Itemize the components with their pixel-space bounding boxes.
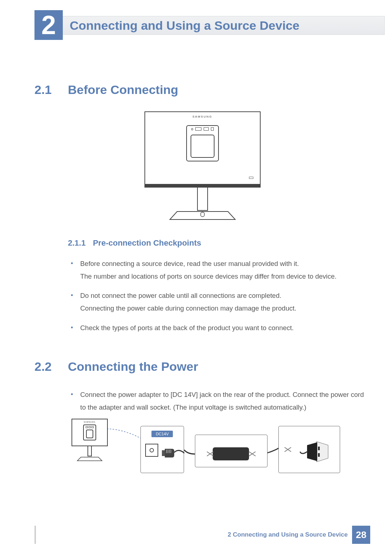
- monitor-brand-label: SAMSUNG: [192, 115, 212, 118]
- svg-marker-5: [317, 442, 328, 462]
- adapter-brick-icon: [213, 447, 249, 460]
- svg-rect-7: [318, 447, 320, 450]
- list-item: Before connecting a source device, read …: [68, 257, 370, 283]
- section-title: Connecting the Power: [68, 360, 198, 374]
- list-item: Connect the power adapter to [DC 14V] ja…: [68, 388, 370, 414]
- wall-outlet-detail: [278, 426, 340, 473]
- cable-tie-icon: [206, 451, 214, 457]
- dc-jack-icon: [145, 444, 158, 457]
- footer-chapter-label: 2 Connecting and Using a Source Device: [228, 531, 348, 538]
- chapter-number: 2: [41, 12, 56, 38]
- chapter-title: Connecting and Using a Source Device: [70, 19, 299, 33]
- monitor-brand-label: SAMSUNG: [84, 421, 95, 423]
- dc-label: DC14V: [151, 431, 173, 437]
- cable-tie-icon: [248, 451, 256, 457]
- svg-marker-3: [77, 457, 102, 461]
- footer-rule: [34, 526, 36, 544]
- section-number: 2.2: [34, 360, 57, 374]
- section-number: 2.1: [34, 83, 57, 97]
- cable-tie-icon: [284, 447, 292, 452]
- wall-plug-icon: [300, 440, 329, 465]
- subsection-number: 2.1.1: [68, 238, 86, 248]
- list-item: Check the types of ports at the back of …: [68, 321, 370, 334]
- page-number-badge: 28: [352, 526, 370, 544]
- list-item: Do not connect the power cable until all…: [68, 289, 370, 315]
- page-number: 28: [356, 529, 367, 541]
- power-indicator-icon: [249, 177, 253, 179]
- subsection-title: Pre-connection Checkpoints: [93, 238, 201, 248]
- checkpoints-list: Before connecting a source device, read …: [68, 257, 370, 334]
- monitor-back-plate: [186, 125, 219, 161]
- small-monitor-icon: SAMSUNG: [72, 419, 108, 461]
- monitor-base: [144, 211, 261, 220]
- section-2-1: 2.1 Before Connecting SAMSUNG: [34, 83, 370, 334]
- page-footer: 2 Connecting and Using a Source Device 2…: [228, 526, 370, 544]
- svg-rect-1: [201, 212, 204, 217]
- svg-marker-0: [170, 212, 235, 219]
- power-connection-figure: SAMSUNG DC14V: [68, 420, 351, 485]
- dc-jack-detail: DC14V: [140, 426, 184, 473]
- chapter-number-badge: 2: [34, 10, 63, 40]
- svg-rect-4: [162, 450, 165, 456]
- page-content: 2.1 Before Connecting SAMSUNG: [34, 43, 370, 485]
- section-heading: 2.1 Before Connecting: [34, 83, 370, 97]
- monitor-bezel: SAMSUNG: [144, 111, 261, 188]
- chapter-header: Connecting and Using a Source Device 2: [34, 10, 392, 43]
- svg-marker-6: [307, 442, 317, 461]
- section-title: Before Connecting: [68, 83, 178, 97]
- power-list: Connect the power adapter to [DC 14V] ja…: [68, 388, 370, 414]
- section-2-2: 2.2 Connecting the Power Connect the pow…: [34, 360, 370, 485]
- chapter-title-bar: Connecting and Using a Source Device: [59, 16, 385, 35]
- section-heading: 2.2 Connecting the Power: [34, 360, 370, 374]
- monitor-rear-figure: SAMSUNG: [144, 111, 261, 220]
- adapter-brick-detail: [195, 435, 268, 467]
- monitor-neck: [197, 187, 208, 211]
- subsection-heading: 2.1.1 Pre-connection Checkpoints: [68, 238, 370, 248]
- svg-rect-8: [318, 453, 320, 457]
- barrel-plug-icon: [162, 446, 184, 460]
- monitor-ports-row: [191, 126, 215, 132]
